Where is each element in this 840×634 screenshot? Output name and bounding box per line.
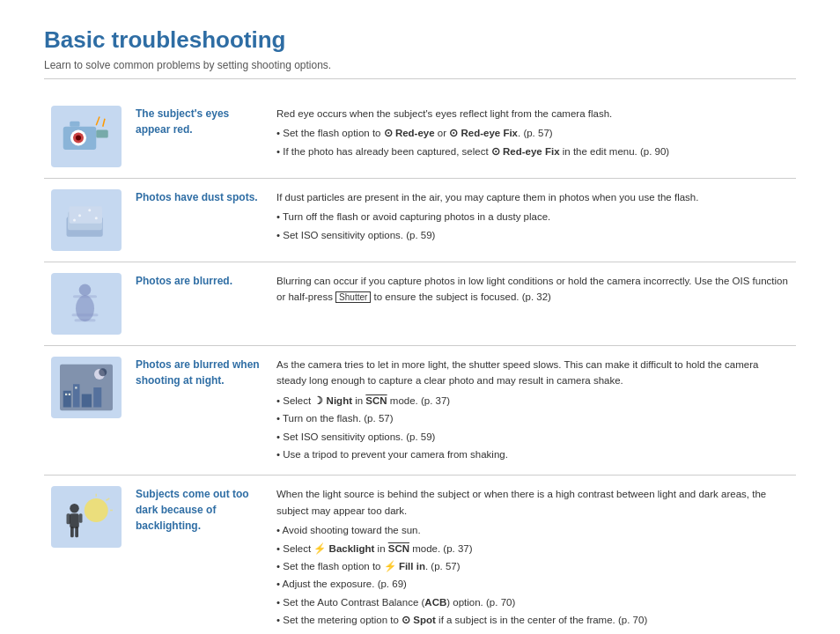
troubleshoot-table: The subject's eyes appear red.Red eye oc…	[44, 95, 796, 634]
page-title: Basic troubleshooting	[44, 26, 796, 54]
icon-box-night	[51, 357, 122, 418]
icon-cell-red-eye	[44, 95, 129, 179]
svg-line-7	[103, 119, 105, 127]
bullet-item: Turn on the flash. (p. 57)	[276, 410, 789, 426]
svg-rect-5	[96, 130, 108, 138]
scn-label: SCN	[388, 543, 409, 554]
icon-cell-night	[44, 346, 129, 476]
acb-label: ACB	[424, 597, 446, 608]
bullet-item: Set ISO sensitivity options. (p. 59)	[276, 227, 789, 243]
svg-rect-26	[93, 387, 101, 408]
desc-text-night: As the camera tries to let in more light…	[276, 357, 789, 389]
desc-dust-spots: If dust particles are present in the air…	[269, 179, 796, 262]
svg-rect-4	[70, 122, 79, 127]
desc-text-red-eye: Red eye occurs when the subject's eyes r…	[276, 106, 789, 122]
bullet-item: Turn off the flash or avoid capturing ph…	[276, 209, 789, 225]
bullet-item: Set the flash option to ⚡ Fill in. (p. 5…	[276, 558, 789, 574]
svg-point-34	[70, 504, 79, 513]
shutter-key: Shutter	[335, 291, 371, 303]
svg-point-3	[76, 136, 81, 141]
bullet-item: Set the flash option to ⊙ Red-eye or ⊙ R…	[276, 125, 789, 141]
icon-box-backlight	[51, 486, 122, 548]
bullet-item: Set the Auto Contrast Balance (ACB) opti…	[276, 594, 789, 610]
label-backlight: Subjects come out too dark because of ba…	[129, 476, 269, 634]
desc-text-dust-spots: If dust particles are present in the air…	[276, 189, 789, 205]
page-subtitle: Learn to solve common problems by settin…	[44, 59, 796, 79]
desc-text-blurred: Blurring can occur if you capture photos…	[276, 273, 789, 306]
svg-rect-38	[70, 527, 74, 538]
bullet-list-dust-spots: Turn off the flash or avoid capturing ph…	[276, 209, 789, 243]
icon-cell-dust-spots	[44, 179, 129, 262]
bullet-item: Avoid shooting toward the sun.	[276, 522, 789, 538]
svg-rect-37	[79, 514, 83, 524]
svg-point-30	[85, 498, 108, 522]
svg-point-13	[95, 217, 98, 219]
svg-rect-19	[75, 319, 96, 321]
svg-rect-29	[75, 387, 77, 388]
desc-text-backlight: When the light source is behind the subj…	[276, 486, 789, 519]
label-red-eye: The subject's eyes appear red.	[129, 95, 269, 179]
svg-point-14	[73, 219, 76, 222]
svg-line-32	[107, 498, 110, 500]
icon-cell-backlight	[44, 476, 129, 634]
icon-box-red-eye	[51, 106, 122, 167]
bullet-list-backlight: Avoid shooting toward the sun.Select ⚡ B…	[276, 522, 789, 628]
svg-rect-18	[72, 313, 99, 316]
svg-point-15	[79, 284, 92, 297]
table-row: Subjects come out too dark because of ba…	[44, 476, 796, 634]
table-row: Photos are blurred when shooting at nigh…	[44, 346, 796, 476]
desc-night: As the camera tries to let in more light…	[269, 346, 796, 476]
bullet-item: Set the metering option to ⊙ Spot if a s…	[276, 612, 789, 628]
bullet-item: If the photo has already been captured, …	[276, 144, 789, 159]
desc-backlight: When the light source is behind the subj…	[269, 476, 796, 634]
table-row: The subject's eyes appear red.Red eye oc…	[44, 95, 796, 179]
desc-red-eye: Red eye occurs when the subject's eyes r…	[269, 95, 796, 179]
desc-blurred: Blurring can occur if you capture photos…	[269, 262, 796, 346]
bullet-item: Adjust the exposure. (p. 69)	[276, 576, 789, 592]
svg-rect-39	[75, 527, 78, 538]
svg-line-6	[96, 117, 99, 126]
icon-cell-blurred	[44, 262, 129, 346]
scn-label: SCN	[365, 395, 387, 406]
bullet-list-red-eye: Set the flash option to ⊙ Red-eye or ⊙ R…	[276, 125, 789, 159]
label-night: Photos are blurred when shooting at nigh…	[129, 346, 269, 476]
svg-point-11	[78, 214, 81, 217]
svg-rect-35	[70, 514, 79, 529]
svg-point-22	[99, 368, 107, 376]
icon-box-dust-spots	[51, 189, 122, 251]
svg-rect-17	[73, 295, 97, 298]
bullet-item: Set ISO sensitivity options. (p. 59)	[276, 429, 789, 445]
svg-point-16	[76, 295, 94, 321]
svg-rect-28	[69, 394, 70, 395]
svg-rect-25	[82, 394, 92, 408]
label-dust-spots: Photos have dust spots.	[129, 179, 269, 262]
svg-rect-36	[67, 514, 71, 525]
svg-rect-27	[65, 394, 67, 395]
svg-rect-23	[63, 391, 71, 408]
bullet-item: Select ⚡ Backlight in SCN mode. (p. 37)	[276, 541, 789, 557]
bullet-list-night: Select ☽ Night in SCN mode. (p. 37)Turn …	[276, 393, 789, 463]
label-blurred: Photos are blurred.	[129, 262, 269, 346]
table-row: Photos have dust spots.If dust particles…	[44, 179, 796, 262]
icon-box-blurred	[51, 273, 122, 335]
svg-point-12	[88, 209, 91, 211]
bullet-item: Use a tripod to prevent your camera from…	[276, 446, 789, 462]
table-row: Photos are blurred.Blurring can occur if…	[44, 262, 796, 346]
bullet-item: Select ☽ Night in SCN mode. (p. 37)	[276, 393, 789, 409]
